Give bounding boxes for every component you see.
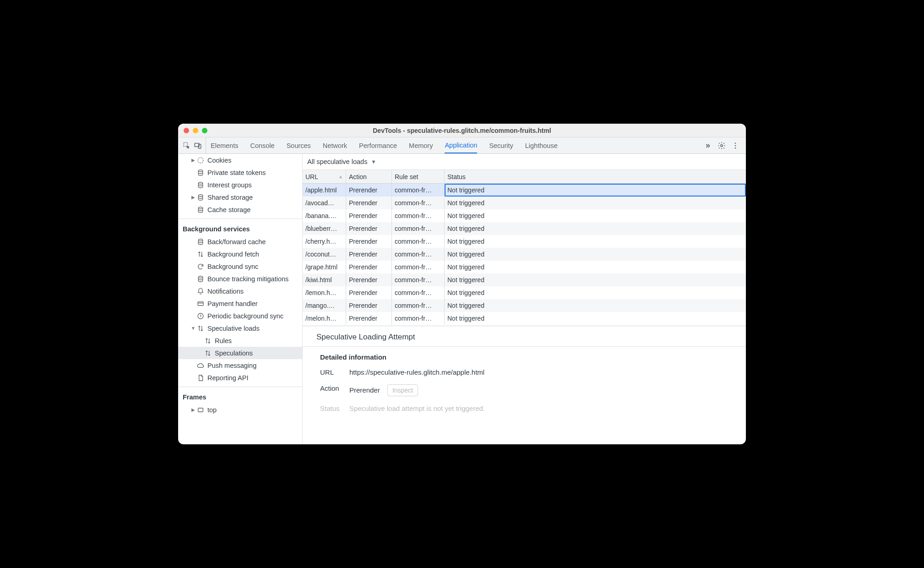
- chevron-right-icon[interactable]: ▶: [191, 407, 196, 412]
- table-row[interactable]: /cherry.h…Prerendercommon-fr…Not trigger…: [303, 235, 746, 248]
- table-row[interactable]: /avocad…Prerendercommon-fr…Not triggered: [303, 197, 746, 209]
- chevron-right-icon[interactable]: ▶: [191, 195, 196, 200]
- main-tabbar: ElementsConsoleSourcesNetworkPerformance…: [178, 137, 746, 154]
- table-row[interactable]: /banana.…Prerendercommon-fr…Not triggere…: [303, 209, 746, 222]
- svg-rect-16: [198, 408, 203, 412]
- cell-action: Prerender: [346, 312, 392, 325]
- divider: [178, 218, 302, 219]
- titlebar: DevTools - speculative-rules.glitch.me/c…: [178, 124, 746, 137]
- cell-url: /banana.…: [303, 209, 346, 222]
- svg-point-3: [721, 144, 723, 147]
- tab-elements[interactable]: Elements: [211, 137, 238, 153]
- detail-status-label: Status: [320, 404, 349, 412]
- sidebar-item-periodic-background-sync[interactable]: Periodic background sync: [178, 310, 302, 322]
- cell-ruleset: common-fr…: [392, 184, 445, 197]
- sidebar-item-top[interactable]: ▶top: [178, 404, 302, 416]
- more-tabs-icon[interactable]: »: [704, 142, 712, 150]
- sidebar-item-push-messaging[interactable]: Push messaging: [178, 359, 302, 371]
- svg-point-12: [198, 239, 202, 241]
- main-panel: All speculative loads ▼ URL ▲ Action Rul…: [303, 154, 746, 444]
- kebab-menu-icon[interactable]: [731, 142, 739, 150]
- tab-performance[interactable]: Performance: [359, 137, 397, 153]
- cell-url: /kiwi.html: [303, 273, 346, 286]
- sidebar-item-cookies[interactable]: ▶Cookies: [178, 154, 302, 166]
- table-row[interactable]: /kiwi.htmlPrerendercommon-fr…Not trigger…: [303, 273, 746, 286]
- cell-status: Not triggered: [445, 209, 746, 222]
- sidebar-item-speculative-loads[interactable]: ▼Speculative loads: [178, 322, 302, 334]
- table-row[interactable]: /grape.htmlPrerendercommon-fr…Not trigge…: [303, 261, 746, 273]
- svg-point-6: [735, 147, 736, 148]
- speculations-grid: /apple.htmlPrerendercommon-fr…Not trigge…: [303, 184, 746, 326]
- cell-ruleset: common-fr…: [392, 222, 445, 235]
- device-toolbar-icon[interactable]: [194, 142, 202, 150]
- sidebar-item-private-state-tokens[interactable]: Private state tokens: [178, 166, 302, 179]
- detail-panel: Speculative Loading Attempt Detailed inf…: [303, 326, 746, 444]
- cell-action: Prerender: [346, 222, 392, 235]
- svg-point-8: [198, 170, 202, 172]
- sidebar-item-label: Cookies: [207, 157, 231, 164]
- tab-network[interactable]: Network: [323, 137, 347, 153]
- col-header-action[interactable]: Action: [346, 170, 392, 183]
- minimize-window-icon[interactable]: [193, 128, 198, 133]
- sidebar-item-payment-handler[interactable]: Payment handler: [178, 297, 302, 310]
- card-icon: [196, 300, 205, 308]
- filter-dropdown[interactable]: All speculative loads ▼: [303, 154, 746, 170]
- tab-security[interactable]: Security: [489, 137, 513, 153]
- sidebar-item-background-sync[interactable]: Background sync: [178, 260, 302, 273]
- table-row[interactable]: /blueberr…Prerendercommon-fr…Not trigger…: [303, 222, 746, 235]
- detail-heading: Speculative Loading Attempt: [316, 333, 746, 342]
- sidebar-item-reporting-api[interactable]: Reporting API: [178, 371, 302, 384]
- cell-ruleset: common-fr…: [392, 286, 445, 299]
- table-row[interactable]: /coconut…Prerendercommon-fr…Not triggere…: [303, 248, 746, 261]
- arrows-icon: [196, 324, 205, 333]
- table-row[interactable]: /melon.h…Prerendercommon-fr…Not triggere…: [303, 312, 746, 325]
- table-row[interactable]: /lemon.h…Prerendercommon-fr…Not triggere…: [303, 286, 746, 299]
- svg-point-10: [198, 195, 202, 197]
- sidebar-item-back-forward-cache[interactable]: Back/forward cache: [178, 235, 302, 248]
- col-header-url[interactable]: URL ▲: [303, 170, 346, 183]
- tab-memory[interactable]: Memory: [409, 137, 433, 153]
- cell-action: Prerender: [346, 184, 392, 197]
- sidebar-item-label: Background fetch: [207, 251, 259, 258]
- sidebar-item-shared-storage[interactable]: ▶Shared storage: [178, 191, 302, 203]
- zoom-window-icon[interactable]: [202, 128, 207, 133]
- sidebar-item-label: Cache storage: [207, 206, 250, 213]
- table-row[interactable]: /mango.…Prerendercommon-fr…Not triggered: [303, 299, 746, 312]
- tab-console[interactable]: Console: [250, 137, 274, 153]
- cell-status: Not triggered: [445, 222, 746, 235]
- inspect-button[interactable]: Inspect: [387, 384, 418, 396]
- detail-action-label: Action: [320, 384, 349, 396]
- chevron-down-icon: ▼: [371, 159, 376, 164]
- frames-header: Frames: [178, 390, 302, 404]
- sidebar-item-label: Speculations: [215, 350, 253, 357]
- cell-url: /coconut…: [303, 248, 346, 261]
- inspect-element-icon[interactable]: [183, 142, 191, 150]
- cell-ruleset: common-fr…: [392, 273, 445, 286]
- close-window-icon[interactable]: [184, 128, 189, 133]
- sidebar-item-background-fetch[interactable]: Background fetch: [178, 248, 302, 260]
- settings-gear-icon[interactable]: [717, 142, 726, 150]
- col-header-status[interactable]: Status: [445, 170, 746, 183]
- cell-url: /lemon.h…: [303, 286, 346, 299]
- tab-sources[interactable]: Sources: [287, 137, 311, 153]
- cell-action: Prerender: [346, 286, 392, 299]
- cell-action: Prerender: [346, 273, 392, 286]
- sidebar-item-rules[interactable]: Rules: [178, 334, 302, 347]
- sidebar-item-notifications[interactable]: Notifications: [178, 285, 302, 297]
- sidebar-item-cache-storage[interactable]: Cache storage: [178, 203, 302, 216]
- sidebar-item-speculations[interactable]: Speculations: [178, 347, 302, 359]
- sidebar-item-interest-groups[interactable]: Interest groups: [178, 179, 302, 191]
- chevron-down-icon[interactable]: ▼: [191, 326, 196, 331]
- clock-icon: [196, 312, 205, 320]
- cell-status: Not triggered: [445, 286, 746, 299]
- tab-application[interactable]: Application: [445, 137, 477, 153]
- tab-lighthouse[interactable]: Lighthouse: [525, 137, 558, 153]
- cell-url: /melon.h…: [303, 312, 346, 325]
- sidebar-item-label: Speculative loads: [207, 325, 260, 332]
- sidebar-item-label: Interest groups: [207, 181, 252, 189]
- cell-url: /cherry.h…: [303, 235, 346, 248]
- chevron-right-icon[interactable]: ▶: [191, 158, 196, 163]
- col-header-ruleset[interactable]: Rule set: [392, 170, 445, 183]
- sidebar-item-bounce-tracking-mitigations[interactable]: Bounce tracking mitigations: [178, 273, 302, 285]
- table-row[interactable]: /apple.htmlPrerendercommon-fr…Not trigge…: [303, 184, 746, 197]
